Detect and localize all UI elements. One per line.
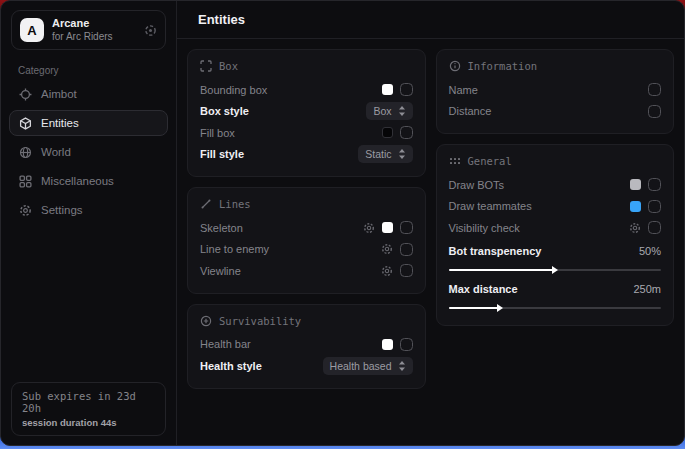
color-swatch[interactable] [382,127,393,138]
entities-icon [19,117,32,130]
viewline-config-gear-icon[interactable] [381,265,393,277]
dropdown-value: Box [373,105,391,117]
info-icon [449,60,461,72]
setting-label: Fill style [200,148,244,160]
subscription-info-box: Sub expires in 23d 20h session duration … [11,382,166,436]
information-section-header: Information [449,60,662,72]
setting-label: Distance [449,105,492,117]
setting-row: Line to enemy [200,239,413,261]
fill-style-dropdown[interactable]: Static [358,145,412,163]
box-brackets-icon [200,60,212,72]
color-swatch[interactable] [382,222,393,233]
sidebar-item-entities[interactable]: Entities [9,110,168,136]
setting-row: Skeleton [200,217,413,239]
survivability-section-header: Survivability [200,315,413,327]
chevron-up-down-icon [398,106,406,116]
dots-grid-icon [449,155,461,167]
globe-icon [19,146,32,159]
chevron-up-down-icon [398,361,406,371]
color-swatch[interactable] [630,179,641,190]
skeleton-checkbox[interactable] [400,221,413,234]
sidebar-item-miscellaneous[interactable]: Miscellaneous [9,168,168,194]
category-label: Category [18,65,176,76]
distance-checkbox[interactable] [648,105,661,118]
dropdown-value: Health based [330,360,392,372]
skeleton-config-gear-icon[interactable] [363,222,375,234]
sidebar-item-settings[interactable]: Settings [9,197,168,223]
line-to-enemy-config-gear-icon[interactable] [381,243,393,255]
name-checkbox[interactable] [648,83,661,96]
viewline-checkbox[interactable] [400,264,413,277]
box-style-dropdown[interactable]: Box [366,102,412,120]
visibility-check-config-gear-icon[interactable] [629,222,641,234]
color-swatch[interactable] [630,201,641,212]
sidebar-item-label: Settings [41,204,83,216]
setting-label: Visibility check [449,222,520,234]
slider-thumb[interactable] [552,266,558,274]
setting-row: Box style Box [200,101,413,123]
left-column: Box Bounding box Box style Box [187,49,426,389]
main-panel: Entities Box Bounding box [176,1,684,445]
setting-label: Viewline [200,265,241,277]
refresh-icon[interactable] [144,24,157,37]
sidebar: A Arcane for Arc Riders Category Aimbot [1,1,176,445]
setting-label: Bounding box [200,84,267,96]
brand-subtitle: for Arc Riders [52,31,113,44]
right-column: Information Name Distance [436,49,675,326]
brand-title: Arcane [52,17,113,31]
survivability-section: Survivability Health bar Health style He… [187,304,426,389]
lines-section: Lines Skeleton Line to enemy [187,187,426,294]
sidebar-item-world[interactable]: World [9,139,168,165]
max-distance-slider[interactable] [449,307,662,309]
app-window: A Arcane for Arc Riders Category Aimbot [0,0,685,446]
content: Box Bounding box Box style Box [177,39,684,399]
setting-row: Bot transpenency 50% [449,241,662,263]
grid-icon [19,175,32,188]
health-style-dropdown[interactable]: Health based [323,357,413,375]
slider-value: 50% [639,245,661,257]
draw-teammates-checkbox[interactable] [648,200,661,213]
bot-transparency-slider[interactable] [449,269,662,271]
sidebar-item-aimbot[interactable]: Aimbot [9,81,168,107]
sidebar-item-label: Miscellaneous [41,175,114,187]
setting-row: Max distance 250m [449,278,662,300]
dropdown-value: Static [365,148,391,160]
slider-value: 250m [633,283,661,295]
sidebar-item-label: World [41,146,71,158]
line-to-enemy-checkbox[interactable] [400,243,413,256]
general-section-header: General [449,155,662,167]
setting-row: Visibility check [449,217,662,239]
crosshair-icon [19,88,32,101]
chevron-up-down-icon [398,149,406,159]
bounding-box-checkbox[interactable] [400,83,413,96]
setting-row: Health bar [200,334,413,356]
lines-section-header: Lines [200,198,413,210]
line-icon [200,198,212,210]
fill-box-checkbox[interactable] [400,126,413,139]
general-section: General Draw BOTs Draw teammates [436,144,675,326]
section-title: Lines [219,198,251,210]
main-header: Entities [177,1,684,39]
section-title: Survivability [219,315,301,327]
slider-thumb[interactable] [497,304,503,312]
health-icon [200,315,212,327]
avatar: A [20,18,44,42]
setting-label: Max distance [449,283,518,295]
color-swatch[interactable] [382,339,393,350]
max-distance-slider-group: Max distance 250m [449,278,662,314]
setting-label: Skeleton [200,222,243,234]
gear-icon [19,204,32,217]
setting-label: Health bar [200,338,251,350]
setting-label: Name [449,84,478,96]
box-section: Box Bounding box Box style Box [187,49,426,177]
color-swatch[interactable] [382,84,393,95]
setting-row: Health style Health based [200,355,413,377]
slider-fill [449,269,555,271]
page-title: Entities [198,12,245,27]
setting-row: Fill box [200,122,413,144]
draw-bots-checkbox[interactable] [648,178,661,191]
visibility-check-checkbox[interactable] [648,221,661,234]
health-bar-checkbox[interactable] [400,338,413,351]
section-title: Box [219,60,238,72]
slider-fill [449,307,500,309]
